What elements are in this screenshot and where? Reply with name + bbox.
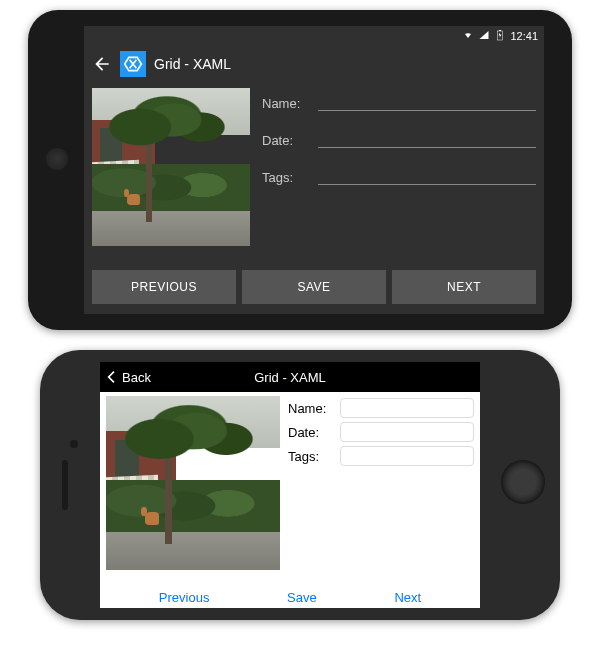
page-title: Grid - XAML: [100, 370, 480, 385]
previous-button[interactable]: Previous: [159, 590, 210, 605]
ios-content: Name: Date: Tags:: [100, 392, 480, 586]
button-row: PREVIOUS SAVE NEXT: [84, 264, 544, 310]
date-field-row: Date:: [262, 129, 536, 148]
wifi-icon: [462, 29, 474, 43]
name-label: Name:: [262, 96, 308, 111]
ios-screen: Back Grid - XAML Name: Date: Ta: [100, 362, 480, 608]
date-label: Date:: [288, 425, 334, 440]
page-title: Grid - XAML: [154, 56, 231, 72]
battery-icon: [494, 29, 506, 43]
date-label: Date:: [262, 133, 308, 148]
next-button[interactable]: NEXT: [392, 270, 536, 304]
android-screen: 12:41 Grid - XAML Name:: [84, 26, 544, 314]
tags-label: Tags:: [288, 449, 334, 464]
photo-image: [92, 88, 250, 246]
back-label: Back: [122, 370, 151, 385]
name-field-row: Name:: [288, 398, 474, 418]
tags-field-row: Tags:: [288, 446, 474, 466]
name-input[interactable]: [318, 92, 536, 111]
tags-field-row: Tags:: [262, 166, 536, 185]
button-row: Previous Save Next: [100, 586, 480, 605]
date-input[interactable]: [318, 129, 536, 148]
date-field-row: Date:: [288, 422, 474, 442]
status-time: 12:41: [510, 30, 538, 42]
back-button[interactable]: [92, 54, 112, 74]
tags-label: Tags:: [262, 170, 308, 185]
ios-speaker: [62, 460, 68, 510]
save-button[interactable]: Save: [287, 590, 317, 605]
ios-home-button[interactable]: [501, 460, 545, 504]
android-status-bar: 12:41: [84, 26, 544, 46]
form-fields: Name: Date: Tags:: [288, 396, 474, 582]
date-input[interactable]: [340, 422, 474, 442]
tags-input[interactable]: [340, 446, 474, 466]
tags-input[interactable]: [318, 166, 536, 185]
previous-button[interactable]: PREVIOUS: [92, 270, 236, 304]
xamarin-logo-icon: [120, 51, 146, 77]
name-label: Name:: [288, 401, 334, 416]
save-button[interactable]: SAVE: [242, 270, 386, 304]
next-button[interactable]: Next: [394, 590, 421, 605]
photo-image: [106, 396, 280, 570]
name-field-row: Name:: [262, 92, 536, 111]
android-app-bar: Grid - XAML: [84, 46, 544, 82]
back-button[interactable]: Back: [100, 369, 151, 385]
android-speaker: [46, 148, 68, 170]
ios-camera: [70, 440, 78, 448]
svg-rect-1: [499, 30, 501, 31]
name-input[interactable]: [340, 398, 474, 418]
signal-icon: [478, 29, 490, 43]
ios-device-frame: Back Grid - XAML Name: Date: Ta: [40, 350, 560, 620]
form-fields: Name: Date: Tags:: [262, 88, 536, 258]
android-device-frame: 12:41 Grid - XAML Name:: [28, 10, 572, 330]
ios-nav-bar: Back Grid - XAML: [100, 362, 480, 392]
android-content: Name: Date: Tags:: [84, 82, 544, 264]
